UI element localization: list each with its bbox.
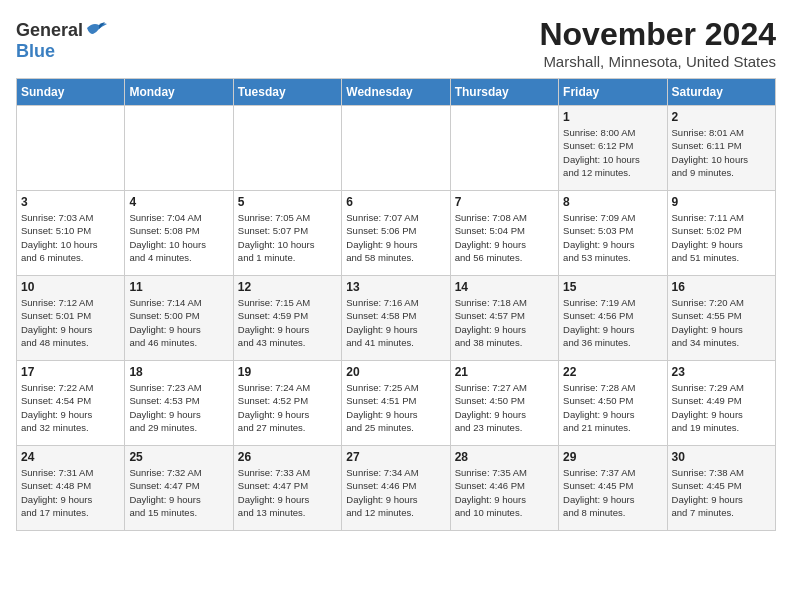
day-number: 22 xyxy=(563,365,662,379)
calendar-table: SundayMondayTuesdayWednesdayThursdayFrid… xyxy=(16,78,776,531)
calendar-cell: 17Sunrise: 7:22 AM Sunset: 4:54 PM Dayli… xyxy=(17,361,125,446)
day-info: Sunrise: 7:25 AM Sunset: 4:51 PM Dayligh… xyxy=(346,381,445,434)
day-info: Sunrise: 7:24 AM Sunset: 4:52 PM Dayligh… xyxy=(238,381,337,434)
day-number: 5 xyxy=(238,195,337,209)
day-number: 1 xyxy=(563,110,662,124)
day-number: 18 xyxy=(129,365,228,379)
calendar-cell: 23Sunrise: 7:29 AM Sunset: 4:49 PM Dayli… xyxy=(667,361,775,446)
day-number: 30 xyxy=(672,450,771,464)
day-info: Sunrise: 7:07 AM Sunset: 5:06 PM Dayligh… xyxy=(346,211,445,264)
column-header-saturday: Saturday xyxy=(667,79,775,106)
calendar-week-row: 3Sunrise: 7:03 AM Sunset: 5:10 PM Daylig… xyxy=(17,191,776,276)
calendar-cell: 2Sunrise: 8:01 AM Sunset: 6:11 PM Daylig… xyxy=(667,106,775,191)
day-info: Sunrise: 7:19 AM Sunset: 4:56 PM Dayligh… xyxy=(563,296,662,349)
logo-bird-icon xyxy=(85,20,107,38)
day-number: 25 xyxy=(129,450,228,464)
column-header-wednesday: Wednesday xyxy=(342,79,450,106)
calendar-cell: 20Sunrise: 7:25 AM Sunset: 4:51 PM Dayli… xyxy=(342,361,450,446)
calendar-cell: 9Sunrise: 7:11 AM Sunset: 5:02 PM Daylig… xyxy=(667,191,775,276)
day-info: Sunrise: 7:35 AM Sunset: 4:46 PM Dayligh… xyxy=(455,466,554,519)
day-number: 23 xyxy=(672,365,771,379)
day-info: Sunrise: 7:33 AM Sunset: 4:47 PM Dayligh… xyxy=(238,466,337,519)
calendar-header-row: SundayMondayTuesdayWednesdayThursdayFrid… xyxy=(17,79,776,106)
day-info: Sunrise: 8:01 AM Sunset: 6:11 PM Dayligh… xyxy=(672,126,771,179)
day-info: Sunrise: 7:09 AM Sunset: 5:03 PM Dayligh… xyxy=(563,211,662,264)
day-info: Sunrise: 7:31 AM Sunset: 4:48 PM Dayligh… xyxy=(21,466,120,519)
day-number: 3 xyxy=(21,195,120,209)
calendar-cell: 11Sunrise: 7:14 AM Sunset: 5:00 PM Dayli… xyxy=(125,276,233,361)
logo: General Blue xyxy=(16,20,107,62)
column-header-sunday: Sunday xyxy=(17,79,125,106)
day-info: Sunrise: 7:05 AM Sunset: 5:07 PM Dayligh… xyxy=(238,211,337,264)
day-info: Sunrise: 7:11 AM Sunset: 5:02 PM Dayligh… xyxy=(672,211,771,264)
day-number: 7 xyxy=(455,195,554,209)
logo-general-text: General xyxy=(16,20,83,41)
day-info: Sunrise: 7:08 AM Sunset: 5:04 PM Dayligh… xyxy=(455,211,554,264)
day-info: Sunrise: 7:34 AM Sunset: 4:46 PM Dayligh… xyxy=(346,466,445,519)
day-info: Sunrise: 7:27 AM Sunset: 4:50 PM Dayligh… xyxy=(455,381,554,434)
calendar-cell: 14Sunrise: 7:18 AM Sunset: 4:57 PM Dayli… xyxy=(450,276,558,361)
month-year-title: November 2024 xyxy=(539,16,776,53)
day-number: 13 xyxy=(346,280,445,294)
day-info: Sunrise: 7:22 AM Sunset: 4:54 PM Dayligh… xyxy=(21,381,120,434)
calendar-cell: 12Sunrise: 7:15 AM Sunset: 4:59 PM Dayli… xyxy=(233,276,341,361)
day-info: Sunrise: 7:03 AM Sunset: 5:10 PM Dayligh… xyxy=(21,211,120,264)
day-number: 8 xyxy=(563,195,662,209)
day-number: 12 xyxy=(238,280,337,294)
calendar-cell: 3Sunrise: 7:03 AM Sunset: 5:10 PM Daylig… xyxy=(17,191,125,276)
column-header-monday: Monday xyxy=(125,79,233,106)
day-info: Sunrise: 7:28 AM Sunset: 4:50 PM Dayligh… xyxy=(563,381,662,434)
day-number: 28 xyxy=(455,450,554,464)
calendar-week-row: 10Sunrise: 7:12 AM Sunset: 5:01 PM Dayli… xyxy=(17,276,776,361)
logo-blue-text: Blue xyxy=(16,41,55,62)
day-number: 21 xyxy=(455,365,554,379)
calendar-cell: 8Sunrise: 7:09 AM Sunset: 5:03 PM Daylig… xyxy=(559,191,667,276)
day-number: 26 xyxy=(238,450,337,464)
calendar-week-row: 1Sunrise: 8:00 AM Sunset: 6:12 PM Daylig… xyxy=(17,106,776,191)
calendar-week-row: 24Sunrise: 7:31 AM Sunset: 4:48 PM Dayli… xyxy=(17,446,776,531)
calendar-cell: 4Sunrise: 7:04 AM Sunset: 5:08 PM Daylig… xyxy=(125,191,233,276)
calendar-cell: 29Sunrise: 7:37 AM Sunset: 4:45 PM Dayli… xyxy=(559,446,667,531)
column-header-tuesday: Tuesday xyxy=(233,79,341,106)
day-info: Sunrise: 7:16 AM Sunset: 4:58 PM Dayligh… xyxy=(346,296,445,349)
day-number: 17 xyxy=(21,365,120,379)
calendar-cell: 22Sunrise: 7:28 AM Sunset: 4:50 PM Dayli… xyxy=(559,361,667,446)
day-info: Sunrise: 8:00 AM Sunset: 6:12 PM Dayligh… xyxy=(563,126,662,179)
calendar-week-row: 17Sunrise: 7:22 AM Sunset: 4:54 PM Dayli… xyxy=(17,361,776,446)
title-section: November 2024 Marshall, Minnesota, Unite… xyxy=(539,16,776,70)
day-number: 9 xyxy=(672,195,771,209)
calendar-cell: 7Sunrise: 7:08 AM Sunset: 5:04 PM Daylig… xyxy=(450,191,558,276)
day-info: Sunrise: 7:04 AM Sunset: 5:08 PM Dayligh… xyxy=(129,211,228,264)
calendar-cell: 15Sunrise: 7:19 AM Sunset: 4:56 PM Dayli… xyxy=(559,276,667,361)
day-number: 11 xyxy=(129,280,228,294)
day-number: 4 xyxy=(129,195,228,209)
calendar-cell: 21Sunrise: 7:27 AM Sunset: 4:50 PM Dayli… xyxy=(450,361,558,446)
calendar-cell: 27Sunrise: 7:34 AM Sunset: 4:46 PM Dayli… xyxy=(342,446,450,531)
day-number: 24 xyxy=(21,450,120,464)
day-info: Sunrise: 7:37 AM Sunset: 4:45 PM Dayligh… xyxy=(563,466,662,519)
day-number: 20 xyxy=(346,365,445,379)
day-info: Sunrise: 7:18 AM Sunset: 4:57 PM Dayligh… xyxy=(455,296,554,349)
location-subtitle: Marshall, Minnesota, United States xyxy=(539,53,776,70)
calendar-cell: 16Sunrise: 7:20 AM Sunset: 4:55 PM Dayli… xyxy=(667,276,775,361)
day-info: Sunrise: 7:29 AM Sunset: 4:49 PM Dayligh… xyxy=(672,381,771,434)
day-info: Sunrise: 7:12 AM Sunset: 5:01 PM Dayligh… xyxy=(21,296,120,349)
day-number: 10 xyxy=(21,280,120,294)
calendar-cell xyxy=(125,106,233,191)
calendar-cell xyxy=(233,106,341,191)
day-number: 29 xyxy=(563,450,662,464)
calendar-cell: 6Sunrise: 7:07 AM Sunset: 5:06 PM Daylig… xyxy=(342,191,450,276)
day-number: 15 xyxy=(563,280,662,294)
calendar-cell: 10Sunrise: 7:12 AM Sunset: 5:01 PM Dayli… xyxy=(17,276,125,361)
calendar-cell: 5Sunrise: 7:05 AM Sunset: 5:07 PM Daylig… xyxy=(233,191,341,276)
day-info: Sunrise: 7:14 AM Sunset: 5:00 PM Dayligh… xyxy=(129,296,228,349)
column-header-friday: Friday xyxy=(559,79,667,106)
day-number: 6 xyxy=(346,195,445,209)
calendar-cell: 25Sunrise: 7:32 AM Sunset: 4:47 PM Dayli… xyxy=(125,446,233,531)
calendar-cell: 18Sunrise: 7:23 AM Sunset: 4:53 PM Dayli… xyxy=(125,361,233,446)
day-number: 2 xyxy=(672,110,771,124)
day-info: Sunrise: 7:20 AM Sunset: 4:55 PM Dayligh… xyxy=(672,296,771,349)
calendar-cell: 30Sunrise: 7:38 AM Sunset: 4:45 PM Dayli… xyxy=(667,446,775,531)
day-number: 27 xyxy=(346,450,445,464)
day-info: Sunrise: 7:23 AM Sunset: 4:53 PM Dayligh… xyxy=(129,381,228,434)
